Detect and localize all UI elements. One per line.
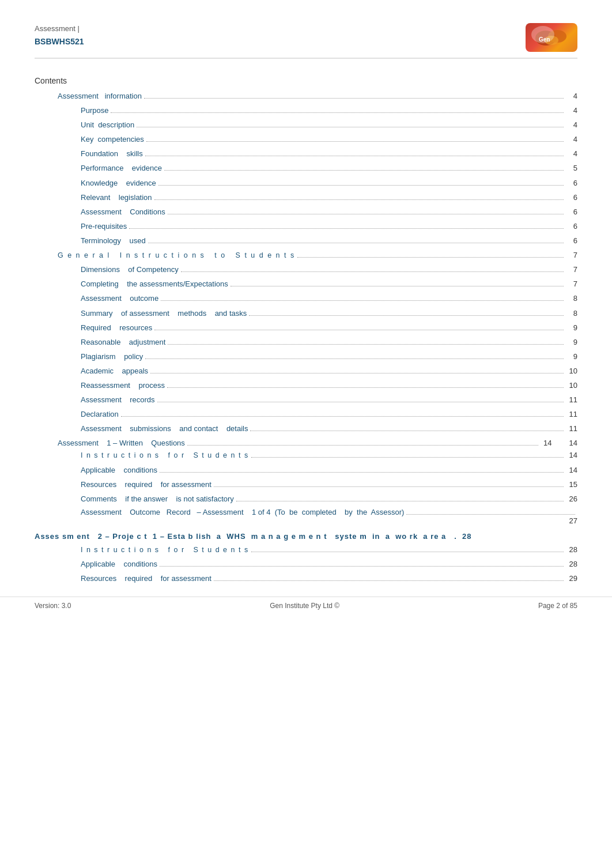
toc-section-project: Asses sm ent 2 – Proje c t 1 – Esta b li… bbox=[35, 531, 577, 541]
toc-dots bbox=[231, 286, 564, 286]
toc-dots bbox=[154, 330, 564, 330]
toc-label: Unit description bbox=[81, 119, 134, 131]
toc-page: 6 bbox=[566, 220, 577, 233]
toc-item-unit-desc: Unit description 4 bbox=[35, 119, 577, 131]
toc-page: 4 bbox=[566, 119, 577, 131]
toc-dots bbox=[160, 472, 564, 473]
toc-dots bbox=[148, 243, 564, 243]
toc-dots bbox=[187, 445, 538, 446]
toc-item-key-comp: Key competencies 4 bbox=[35, 133, 577, 146]
svg-point-2 bbox=[545, 36, 558, 45]
footer-version: Version: 3.0 bbox=[35, 602, 71, 610]
toc-page: 9 bbox=[566, 322, 577, 334]
toc-record-label: Assessment Outcome Record – Assessment 1… bbox=[35, 508, 404, 516]
toc-label: Completing the assessments/Expectations bbox=[81, 278, 228, 290]
toc-dots bbox=[406, 514, 575, 515]
toc-section-written-label: Assessment 1 – Written Questions bbox=[35, 439, 185, 447]
toc-label: Plagiarism policy bbox=[81, 350, 143, 363]
toc-label: Reasonable adjustment bbox=[81, 336, 165, 349]
toc-record-page-row: 27 bbox=[35, 516, 577, 525]
toc-page: 5 bbox=[566, 162, 577, 175]
toc-section-project-label: Asses sm ent 2 – Proje c t 1 – Esta b li… bbox=[35, 532, 471, 541]
toc-page: 28 bbox=[566, 544, 577, 556]
page-footer: Version: 3.0 Gen Institute Pty Ltd © Pag… bbox=[0, 597, 612, 610]
toc-item-comments: Comments if the answer is not satisfacto… bbox=[35, 493, 577, 505]
toc-page: 10 bbox=[566, 365, 577, 378]
toc-item-general-instructions: G e n e r a l I n s t r u c t i o n s t … bbox=[35, 249, 577, 262]
toc-dots bbox=[168, 344, 564, 345]
toc-page: 11 bbox=[566, 394, 577, 406]
toc-label: Foundation skills bbox=[81, 148, 143, 160]
toc-label: Assessment outcome bbox=[81, 292, 158, 305]
toc-page: 9 bbox=[566, 336, 577, 349]
toc-dots bbox=[158, 185, 564, 186]
toc-item-applicable-cond: Applicable conditions 14 bbox=[35, 464, 577, 477]
toc-page: 4 bbox=[566, 148, 577, 160]
toc-item-dimensions: Dimensions of Competency 7 bbox=[35, 263, 577, 276]
toc-assessment-record: Assessment Outcome Record – Assessment 1… bbox=[35, 508, 577, 516]
toc-dots bbox=[111, 112, 564, 113]
toc-page: 14 bbox=[566, 449, 577, 462]
footer-page: Page 2 of 85 bbox=[538, 602, 577, 610]
toc-dots bbox=[161, 300, 564, 301]
toc-label: Required resources bbox=[81, 322, 152, 334]
toc-label: Assessment information bbox=[58, 90, 142, 103]
toc-label: Assessment records bbox=[81, 394, 155, 406]
toc-item-legislation: Relevant legislation 6 bbox=[35, 191, 577, 204]
toc-item-outcome: Assessment outcome 8 bbox=[35, 292, 577, 305]
toc-page: 26 bbox=[566, 493, 577, 505]
toc-label: I n s t r u c t i o n s f o r S t u d e … bbox=[81, 450, 249, 462]
toc-page: 7 bbox=[566, 278, 577, 290]
toc-section: Contents Assessment information 4 Purpos… bbox=[35, 76, 577, 585]
toc-item-reassessment: Reassessment process 10 bbox=[35, 379, 577, 392]
toc-dots bbox=[150, 373, 564, 373]
toc-item-plagiarism: Plagiarism policy 9 bbox=[35, 350, 577, 363]
toc-page: 6 bbox=[566, 206, 577, 218]
toc-item-performance: Performance evidence 5 bbox=[35, 162, 577, 175]
page: Assessment | BSBWHS521 Gen Contents Asse… bbox=[0, 0, 612, 621]
toc-dots bbox=[144, 98, 564, 99]
toc-item-purpose: Purpose 4 bbox=[35, 104, 577, 117]
toc-dots bbox=[154, 199, 564, 200]
toc-dots bbox=[236, 501, 564, 501]
toc-dots bbox=[214, 580, 564, 581]
toc-label: Terminology used bbox=[81, 235, 146, 247]
toc-item-records: Assessment records 11 bbox=[35, 394, 577, 406]
logo: Gen bbox=[526, 23, 577, 52]
toc-label: Knowledge evidence bbox=[81, 177, 156, 190]
toc-dots bbox=[214, 486, 564, 487]
toc-item-instructions-written: I n s t r u c t i o n s f o r S t u d e … bbox=[35, 449, 577, 462]
toc-item-reasonable: Reasonable adjustment 9 bbox=[35, 336, 577, 349]
toc-dots bbox=[297, 257, 564, 258]
toc-item-appeals: Academic appeals 10 bbox=[35, 365, 577, 378]
toc-page: 9 bbox=[566, 350, 577, 363]
toc-page: 14 bbox=[566, 464, 577, 477]
page-header: Assessment | BSBWHS521 Gen bbox=[35, 23, 577, 59]
toc-page: 15 bbox=[566, 478, 577, 491]
toc-item-resources-project: Resources required for assessment 29 bbox=[35, 572, 577, 585]
toc-item-terminology: Terminology used 6 bbox=[35, 235, 577, 247]
toc-page: 4 bbox=[566, 90, 577, 103]
toc-page: 7 bbox=[566, 263, 577, 276]
toc-item-completing: Completing the assessments/Expectations … bbox=[35, 278, 577, 290]
toc-label: Reassessment process bbox=[81, 379, 165, 392]
toc-label: Declaration bbox=[81, 408, 119, 421]
toc-page: 29 bbox=[566, 572, 577, 585]
toc-page: 4 bbox=[566, 104, 577, 117]
toc-dots bbox=[137, 127, 564, 127]
toc-dots bbox=[181, 271, 564, 272]
toc-item-summary: Summary of assessment methods and tasks … bbox=[35, 307, 577, 320]
assessment-label: Assessment | bbox=[35, 23, 84, 35]
toc-page: 10 bbox=[566, 379, 577, 392]
toc-dots bbox=[146, 141, 564, 142]
toc-page-right: 14 bbox=[569, 439, 577, 447]
toc-dots bbox=[164, 170, 564, 171]
toc-record-page: 27 bbox=[569, 516, 577, 525]
toc-label: Relevant legislation bbox=[81, 191, 152, 204]
toc-label: Resources required for assessment bbox=[81, 478, 211, 491]
toc-label: Summary of assessment methods and tasks bbox=[81, 307, 247, 320]
toc-item-applicable-cond-project: Applicable conditions 28 bbox=[35, 558, 577, 571]
toc-dots bbox=[145, 156, 564, 156]
toc-page: 8 bbox=[566, 307, 577, 320]
toc-page: 8 bbox=[566, 292, 577, 305]
